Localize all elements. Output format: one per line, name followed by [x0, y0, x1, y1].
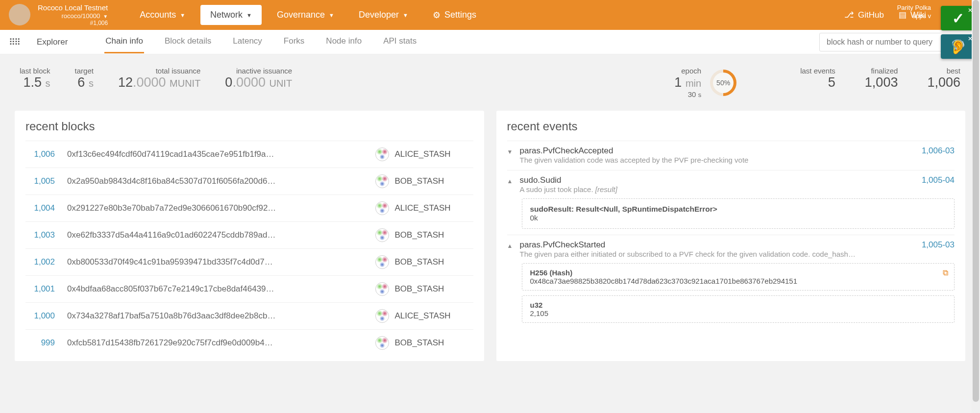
- tab-api-stats[interactable]: API stats: [382, 30, 417, 53]
- chain-logo-icon: [9, 4, 30, 25]
- block-author[interactable]: ALICE_STASH: [375, 147, 473, 161]
- block-row[interactable]: 1,0000x734a3278af17baf5a7510a8b76d3aac3d…: [25, 302, 473, 329]
- tab-latency[interactable]: Latency: [232, 30, 263, 53]
- tab-block-details[interactable]: Block details: [164, 30, 212, 53]
- nav-developer[interactable]: Developer▼: [346, 0, 420, 30]
- accessibility-badge[interactable]: ✕🦻: [941, 34, 975, 59]
- nav-governance[interactable]: Governance▼: [265, 0, 346, 30]
- event-hash-box: H256 (Hash) 0x48ca73ae98825b3820c8b174d7…: [522, 263, 955, 291]
- event-title: sudo.Sudid: [520, 175, 617, 185]
- identicon-icon: [375, 228, 389, 242]
- identicon-icon: [375, 201, 389, 215]
- block-row[interactable]: 1,0030xe62fb3337d5a44a4116a9c01ad6022475…: [25, 221, 473, 248]
- epoch-progress-ring: 50%: [710, 70, 736, 96]
- gear-icon: ⚙: [433, 10, 441, 21]
- recent-blocks-panel: recent blocks 1,0060xf13c6ec494fcdf60d74…: [15, 111, 484, 361]
- block-author[interactable]: BOB_STASH: [375, 174, 473, 188]
- block-author[interactable]: BOB_STASH: [375, 228, 473, 242]
- block-hash[interactable]: 0xb800533d70f49c41c91ba95939471bd335f7c4…: [67, 257, 363, 267]
- block-row[interactable]: 1,0050x2a950ab9843d4c8f16ba84c5307d701f6…: [25, 168, 473, 194]
- events-heading: recent events: [507, 120, 955, 133]
- block-number-link[interactable]: 1,002: [25, 257, 55, 267]
- block-row[interactable]: 1,0040x291227e80b3e70bab7a72ed9e30660616…: [25, 194, 473, 221]
- block-hash[interactable]: 0xfcb5817d15438fb7261729e920c75f7cdf9e0d…: [67, 338, 363, 348]
- event-u32-box: u32 2,105: [522, 295, 955, 323]
- block-row[interactable]: 1,0060xf13c6ec494fcdf60d74119cad1a435cae…: [25, 141, 473, 168]
- ear-icon: 🦻: [950, 39, 967, 55]
- top-navbar: Rococo Local Testnet rococo/10000▼ #1,00…: [0, 0, 980, 30]
- github-link[interactable]: ⎇GitHub: [844, 10, 884, 20]
- chain-spec: rococo/10000: [61, 12, 100, 20]
- scrollbar-thumb[interactable]: [973, 0, 979, 402]
- block-row[interactable]: 1,0020xb800533d70f49c41c91ba95939471bd33…: [25, 248, 473, 275]
- block-hash[interactable]: 0xf13c6ec494fcdf60d74119cad1a435cae7e951…: [67, 149, 363, 159]
- branch-icon: ⎇: [844, 10, 854, 20]
- event-desc: The given para either initiated or subsc…: [520, 250, 856, 258]
- chain-name: Rococo Local Testnet: [38, 3, 108, 12]
- stat-epoch: epoch 1 min 30 s 50%: [674, 67, 736, 98]
- nav-settings[interactable]: ⚙Settings: [420, 0, 489, 30]
- event-id-link[interactable]: 1,005-03: [922, 240, 955, 250]
- block-hash[interactable]: 0x291227e80b3e70bab7a72ed9e3066061670b90…: [67, 203, 363, 213]
- block-hash[interactable]: 0x734a3278af17baf5a7510a8b76d3aac3df8dee…: [67, 311, 363, 321]
- blocks-heading: recent blocks: [25, 120, 473, 133]
- sub-navbar: ⠿⠿ Explorer Chain info Block details Lat…: [0, 30, 980, 54]
- stat-target: target 6 s: [75, 67, 94, 90]
- stat-inactive-issuance: inactive issuance 0.0000 UNIT: [225, 67, 292, 90]
- stats-row: last block 1.5 s target 6 s total issuan…: [0, 54, 980, 106]
- identicon-icon: [375, 255, 389, 269]
- block-author[interactable]: BOB_STASH: [375, 282, 473, 296]
- caret-down-icon: ▼: [403, 12, 408, 18]
- event-id-link[interactable]: 1,006-03: [922, 146, 955, 156]
- stat-total-issuance: total issuance 12.0000 MUNIT: [118, 67, 200, 90]
- event-title: paras.PvfCheckAccepted: [520, 146, 749, 156]
- block-number-link[interactable]: 1,000: [25, 311, 55, 321]
- nav-accounts[interactable]: Accounts▼: [127, 0, 197, 30]
- identicon-icon: [375, 147, 389, 161]
- tab-node-info[interactable]: Node info: [325, 30, 363, 53]
- event-row[interactable]: ▼ paras.PvfCheckAccepted The given valid…: [507, 141, 955, 170]
- nav-network[interactable]: Network▼: [200, 5, 262, 25]
- scrollbar[interactable]: [972, 0, 980, 413]
- event-row[interactable]: ▲ sudo.Sudid A sudo just took place. [re…: [507, 170, 955, 235]
- event-desc: A sudo just took place. [result]: [520, 185, 617, 194]
- recent-events-panel: recent events ▼ paras.PvfCheckAccepted T…: [496, 111, 966, 361]
- block-number-link[interactable]: 1,003: [25, 230, 55, 240]
- block-author[interactable]: ALICE_STASH: [375, 201, 473, 215]
- block-hash[interactable]: 0xe62fb3337d5a44a4116a9c01ad6022475cddb7…: [67, 230, 363, 240]
- app-version-label: Parity Polkaapps v: [897, 4, 931, 21]
- block-number-link[interactable]: 1,004: [25, 203, 55, 213]
- block-author[interactable]: ALICE_STASH: [375, 309, 473, 323]
- success-toast[interactable]: ✕: [941, 6, 975, 30]
- block-row[interactable]: 9990xfcb5817d15438fb7261729e920c75f7cdf9…: [25, 329, 473, 356]
- event-title: paras.PvfCheckStarted: [520, 240, 856, 250]
- event-id-link[interactable]: 1,005-04: [922, 175, 955, 185]
- explorer-link[interactable]: Explorer: [37, 37, 68, 47]
- stat-finalized: finalized1,003: [865, 67, 898, 90]
- caret-down-icon: ▼: [103, 14, 108, 20]
- copy-icon[interactable]: ⧉: [943, 268, 948, 277]
- block-row[interactable]: 1,0010x4bdfaa68acc805f037b67c7e2149c17cb…: [25, 275, 473, 302]
- block-number-link[interactable]: 1,005: [25, 176, 55, 186]
- block-hash[interactable]: 0x2a950ab9843d4c8f16ba84c5307d701f6056fa…: [67, 176, 363, 186]
- chain-selector[interactable]: Rococo Local Testnet rococo/10000▼ #1,00…: [0, 3, 113, 27]
- identicon-icon: [375, 336, 389, 350]
- chain-block-num: #1,006: [38, 20, 108, 26]
- block-number-link[interactable]: 999: [25, 338, 55, 348]
- block-author[interactable]: BOB_STASH: [375, 336, 473, 350]
- event-row[interactable]: ▲ paras.PvfCheckStarted The given para e…: [507, 235, 955, 329]
- stat-last-events: last events5: [800, 67, 835, 90]
- block-number-link[interactable]: 1,001: [25, 284, 55, 294]
- apps-grid-icon[interactable]: ⠿⠿: [9, 37, 20, 48]
- chevron-up-icon[interactable]: ▲: [507, 178, 514, 185]
- caret-down-icon: ▼: [246, 12, 252, 18]
- block-number-link[interactable]: 1,006: [25, 149, 55, 159]
- event-desc: The given validation code was accepted b…: [520, 156, 749, 164]
- block-hash[interactable]: 0x4bdfaa68acc805f037b67c7e2149c17cbe8daf…: [67, 284, 363, 294]
- chevron-up-icon[interactable]: ▲: [507, 243, 514, 249]
- block-author[interactable]: BOB_STASH: [375, 255, 473, 269]
- identicon-icon: [375, 309, 389, 323]
- chevron-down-icon[interactable]: ▼: [507, 148, 514, 155]
- tab-forks[interactable]: Forks: [283, 30, 306, 53]
- tab-chain-info[interactable]: Chain info: [104, 30, 144, 53]
